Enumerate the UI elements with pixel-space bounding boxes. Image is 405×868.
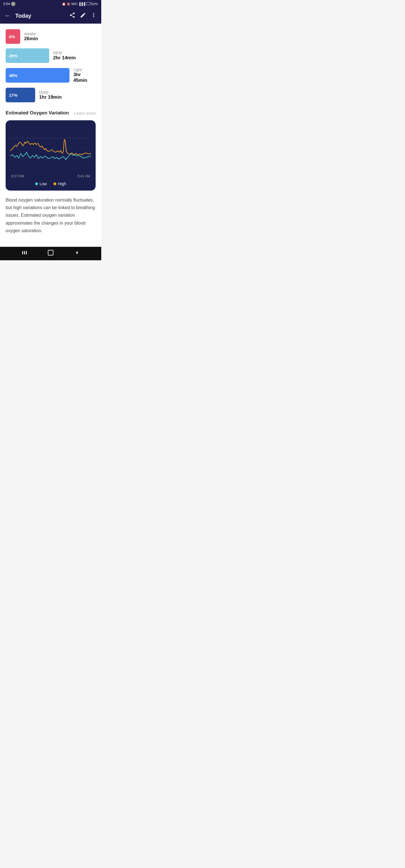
deep-label: Deep 1hr 19min bbox=[39, 90, 62, 100]
oxygen-chart-svg bbox=[10, 126, 91, 171]
alarm-icon: ⏰ bbox=[62, 2, 66, 6]
header-actions bbox=[69, 12, 97, 20]
svg-rect-4 bbox=[24, 251, 25, 254]
oxygen-title: Estimated Oxygen Variation bbox=[6, 110, 69, 116]
legend-low-label: Low bbox=[40, 182, 47, 186]
oxygen-header: Estimated Oxygen Variation Learn more bbox=[6, 110, 96, 116]
light-label: Light 3hr 45min bbox=[74, 67, 96, 83]
sleep-row-light: 48% Light 3hr 45min bbox=[6, 67, 96, 83]
app-header: ← Today bbox=[0, 8, 101, 24]
battery-icon bbox=[86, 2, 91, 6]
rem-bar: 29% bbox=[6, 48, 49, 63]
wifi-icon: WiFi bbox=[71, 2, 78, 6]
menu-button[interactable] bbox=[21, 249, 28, 257]
awake-bar: 6% bbox=[6, 29, 20, 44]
legend-high: High bbox=[53, 182, 66, 186]
learn-more-link[interactable]: Learn more bbox=[74, 111, 96, 116]
svg-rect-6 bbox=[48, 250, 53, 255]
chart-end-time: 5:41 AM bbox=[78, 174, 90, 178]
sleep-row-awake: 6% Awake 26min bbox=[6, 29, 96, 44]
edit-button[interactable] bbox=[80, 12, 86, 20]
chart-legend: Low High bbox=[10, 182, 91, 186]
sleep-row-deep: 17% Deep 1hr 19min bbox=[6, 88, 96, 102]
legend-low-dot bbox=[35, 182, 38, 185]
back-nav-button[interactable] bbox=[74, 249, 80, 257]
oxygen-chart bbox=[10, 126, 91, 172]
oxygen-chart-container: 9:57 PM 5:41 AM Low High bbox=[6, 120, 96, 191]
share-button[interactable] bbox=[69, 12, 76, 20]
awake-label: Awake 26min bbox=[24, 31, 38, 41]
chart-start-time: 9:57 PM bbox=[11, 174, 24, 178]
chart-x-labels: 9:57 PM 5:41 AM bbox=[10, 172, 91, 178]
deep-bar: 17% bbox=[6, 88, 35, 102]
rem-label: REM 2hr 14min bbox=[53, 51, 76, 61]
sleep-stages: 6% Awake 26min 29% REM 2hr 14min 48% Lig… bbox=[6, 29, 96, 102]
notification-badge: 5 bbox=[11, 2, 16, 6]
light-bar: 48% bbox=[6, 68, 69, 83]
svg-rect-5 bbox=[26, 251, 27, 254]
time-display: 5:54 bbox=[3, 2, 10, 6]
main-content: 6% Awake 26min 29% REM 2hr 14min 48% Lig… bbox=[0, 24, 101, 247]
legend-low: Low bbox=[35, 182, 47, 186]
legend-high-dot bbox=[53, 182, 56, 185]
home-button[interactable] bbox=[47, 249, 54, 257]
status-bar: 5:54 5 ⏰ 🔇 WiFi ▐▐▐ 10% bbox=[0, 0, 101, 8]
oxygen-description: Blood oxygen saturation normally fluctua… bbox=[6, 196, 96, 235]
back-button[interactable]: ← bbox=[4, 12, 11, 20]
legend-high-label: High bbox=[58, 182, 66, 186]
more-options-button[interactable] bbox=[91, 12, 97, 20]
oxygen-section: Estimated Oxygen Variation Learn more bbox=[6, 110, 96, 235]
status-time: 5:54 5 bbox=[3, 2, 16, 6]
sleep-row-rem: 29% REM 2hr 14min bbox=[6, 48, 96, 63]
svg-rect-3 bbox=[22, 251, 23, 254]
status-icons: ⏰ 🔇 WiFi ▐▐▐ 10% bbox=[62, 2, 98, 6]
signal-icon: ▐▐▐ bbox=[79, 2, 85, 6]
battery-percent: 10% bbox=[92, 2, 98, 6]
bottom-nav bbox=[0, 247, 101, 260]
page-title: Today bbox=[15, 13, 65, 19]
mute-icon: 🔇 bbox=[67, 2, 70, 6]
